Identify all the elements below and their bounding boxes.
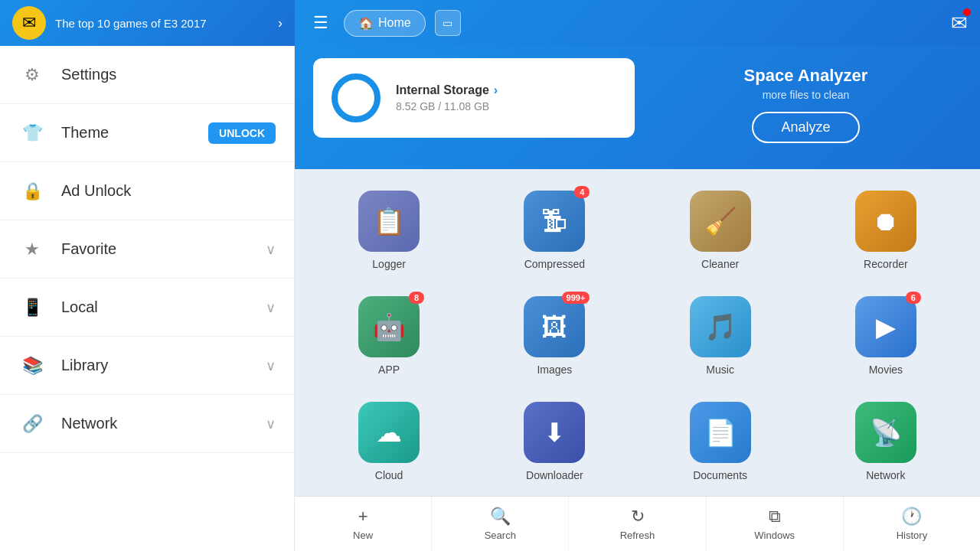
app-icon-recorder: ⏺	[855, 191, 916, 252]
local-chevron: ∨	[266, 299, 276, 316]
library-icon: 📚	[18, 352, 46, 380]
bottom-icon-new: +	[358, 507, 368, 527]
sidebar-label-library: Library	[61, 357, 266, 374]
svg-point-1	[335, 77, 377, 119]
bottom-item-search[interactable]: 🔍Search	[432, 497, 569, 551]
badge-app: 8	[409, 292, 424, 304]
app-label-app: APP	[378, 364, 400, 376]
content-header: ☰ 🏠 Home ▭ ✉	[295, 0, 980, 46]
bottom-item-new[interactable]: +New	[295, 497, 432, 551]
badge-movies: 6	[906, 292, 921, 304]
app-item-movies[interactable]: ▶6Movies	[807, 287, 965, 385]
bottom-item-refresh[interactable]: ↻Refresh	[569, 497, 706, 551]
storage-section: 77% Internal Storage › 8.52 GB / 11.08 G…	[295, 46, 980, 169]
sidebar: ⚙ Settings 👕 Theme UNLOCK 🔒 Ad Unlock ★ …	[0, 46, 295, 551]
sidebar-item-theme[interactable]: 👕 Theme UNLOCK	[0, 104, 294, 162]
storage-usage: 8.52 GB / 11.08 GB	[396, 100, 498, 112]
sidebar-item-local[interactable]: 📱 Local ∨	[0, 279, 294, 337]
space-analyzer: Space Analyzer more files to clean Analy…	[650, 58, 962, 151]
grid-section: 📋Logger🗜4Compressed🧹Cleaner⏺Recorder🤖8AP…	[295, 169, 980, 496]
app-item-app[interactable]: 🤖8APP	[310, 287, 468, 385]
app-label-logger: Logger	[372, 258, 406, 270]
network-icon: 🔗	[18, 410, 46, 438]
sidebar-item-adunlock[interactable]: 🔒 Ad Unlock	[0, 162, 294, 220]
app-label-downloader: Downloader	[526, 469, 583, 481]
app-icon-network: 📡	[855, 402, 916, 463]
app-item-music[interactable]: 🎵Music	[642, 287, 799, 385]
favorite-chevron: ∨	[266, 241, 276, 258]
notification-icon: ✉	[12, 6, 46, 40]
bottom-item-windows[interactable]: ⧉Windows	[707, 497, 844, 551]
analyze-button[interactable]: Analyze	[752, 112, 859, 143]
space-analyzer-subtitle: more files to clean	[763, 89, 850, 101]
app-item-recorder[interactable]: ⏺Recorder	[807, 181, 965, 279]
sidebar-item-settings[interactable]: ⚙ Settings	[0, 46, 294, 104]
app-item-logger[interactable]: 📋Logger	[310, 181, 468, 279]
badge-compressed: 4	[574, 186, 590, 198]
app-label-recorder: Recorder	[864, 258, 908, 270]
sidebar-label-adunlock: Ad Unlock	[61, 182, 276, 200]
app-icon-compressed: 🗜4	[524, 191, 585, 252]
mail-button[interactable]: ✉	[951, 11, 968, 35]
bottom-label-history: History	[897, 530, 927, 541]
app-label-compressed: Compressed	[524, 258, 585, 270]
app-icon-app: 🤖8	[358, 296, 420, 357]
bottom-label-new: New	[353, 530, 373, 541]
sidebar-item-network[interactable]: 🔗 Network ∨	[0, 395, 294, 453]
app-icon-images: 🖼999+	[524, 296, 585, 357]
sidebar-item-library[interactable]: 📚 Library ∨	[0, 337, 294, 395]
bottom-label-refresh: Refresh	[620, 530, 655, 541]
app-label-music: Music	[706, 364, 734, 376]
bottom-bar: +New🔍Search↻Refresh⧉Windows🕐History	[295, 496, 980, 551]
app-item-documents[interactable]: 📄Documents	[642, 393, 799, 491]
app-label-images: Images	[537, 364, 572, 376]
app-label-documents: Documents	[693, 469, 747, 481]
content-area: 77% Internal Storage › 8.52 GB / 11.08 G…	[295, 46, 980, 551]
storage-card[interactable]: 77% Internal Storage › 8.52 GB / 11.08 G…	[313, 58, 635, 138]
app-item-images[interactable]: 🖼999+Images	[475, 287, 633, 385]
bottom-label-search: Search	[485, 530, 516, 541]
hamburger-button[interactable]: ☰	[307, 7, 335, 39]
bottom-icon-search: 🔍	[490, 507, 511, 527]
adunlock-icon: 🔒	[18, 178, 46, 205]
mail-notification-dot	[963, 8, 971, 16]
app-icon-movies: ▶6	[855, 296, 916, 357]
notification-bar[interactable]: ✉ The top 10 games of E3 2017 ›	[0, 0, 295, 46]
favorite-icon: ★	[18, 236, 46, 263]
app-grid: 📋Logger🗜4Compressed🧹Cleaner⏺Recorder🤖8AP…	[310, 181, 965, 496]
notification-text: The top 10 games of E3 2017	[55, 17, 269, 30]
storage-arrow: ›	[494, 83, 498, 97]
app-item-cleaner[interactable]: 🧹Cleaner	[642, 181, 799, 279]
bottom-label-windows: Windows	[754, 530, 795, 541]
app-item-network[interactable]: 📡Network	[807, 393, 965, 491]
tab-button[interactable]: ▭	[435, 10, 461, 36]
app-item-cloud[interactable]: ☁Cloud	[310, 393, 468, 491]
theme-icon: 👕	[18, 119, 46, 147]
bottom-item-history[interactable]: 🕐History	[844, 497, 980, 551]
app-item-downloader[interactable]: ⬇Downloader	[475, 393, 633, 491]
home-label: Home	[378, 16, 411, 30]
sidebar-item-favorite[interactable]: ★ Favorite ∨	[0, 220, 294, 279]
app-label-network: Network	[866, 469, 905, 481]
donut-chart: 77%	[328, 70, 384, 126]
badge-images: 999+	[562, 292, 590, 304]
home-button[interactable]: 🏠 Home	[344, 10, 426, 37]
bottom-icon-windows: ⧉	[769, 507, 781, 527]
bottom-icon-history: 🕐	[901, 507, 922, 527]
sidebar-label-network: Network	[61, 415, 266, 432]
local-icon: 📱	[18, 294, 46, 321]
network-chevron: ∨	[266, 416, 276, 432]
app-icon-cleaner: 🧹	[690, 191, 751, 252]
app-icon-cloud: ☁	[358, 402, 420, 463]
tab-icon: ▭	[443, 17, 452, 29]
storage-info: Internal Storage › 8.52 GB / 11.08 GB	[396, 83, 498, 112]
app-label-cleaner: Cleaner	[701, 258, 739, 270]
sidebar-label-favorite: Favorite	[61, 240, 266, 258]
sidebar-label-local: Local	[61, 298, 266, 316]
library-chevron: ∨	[266, 357, 276, 374]
app-icon-music: 🎵	[690, 296, 751, 357]
app-icon-logger: 📋	[358, 191, 420, 252]
unlock-badge[interactable]: UNLOCK	[208, 122, 276, 144]
app-item-compressed[interactable]: 🗜4Compressed	[475, 181, 633, 279]
app-icon-downloader: ⬇	[524, 402, 585, 463]
